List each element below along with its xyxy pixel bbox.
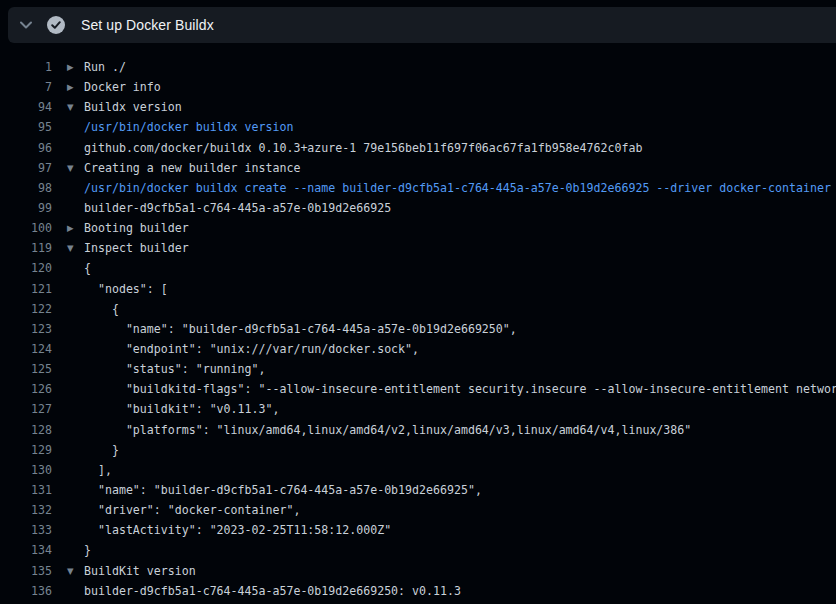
line-number[interactable]: 129 [0, 443, 52, 457]
line-number[interactable]: 133 [0, 523, 52, 537]
line-number[interactable]: 120 [0, 261, 52, 275]
line-number[interactable]: 134 [0, 543, 52, 557]
log-line: 128 "platforms": "linux/amd64,linux/amd6… [0, 420, 836, 440]
log-line: 95 /usr/bin/docker buildx version [0, 117, 836, 137]
line-number[interactable]: 97 [0, 161, 52, 175]
step-title: Set up Docker Buildx [81, 17, 214, 33]
log-text[interactable]: Creating a new builder instance [84, 161, 300, 175]
log-text[interactable]: BuildKit version [84, 564, 196, 578]
line-number[interactable]: 123 [0, 322, 52, 336]
log-text[interactable]: Inspect builder [84, 241, 189, 255]
line-number[interactable]: 7 [0, 80, 52, 94]
log-line[interactable]: 97 ▼ Creating a new builder instance [0, 158, 836, 178]
line-number[interactable]: 122 [0, 302, 52, 316]
line-number[interactable]: 1 [0, 60, 52, 74]
step-header[interactable]: Set up Docker Buildx [8, 7, 836, 43]
disclosure-triangle-icon[interactable]: ▼ [52, 566, 84, 576]
log-line[interactable]: 7 ▶ Docker info [0, 77, 836, 97]
disclosure-triangle-icon[interactable]: ▼ [52, 243, 84, 253]
log-line: 134 } [0, 540, 836, 560]
log-line: 121 "nodes": [ [0, 279, 836, 299]
log-text: } [84, 443, 119, 457]
line-number[interactable]: 94 [0, 100, 52, 114]
line-number[interactable]: 127 [0, 402, 52, 416]
log-line[interactable]: 135 ▼ BuildKit version [0, 561, 836, 581]
line-number[interactable]: 95 [0, 120, 52, 134]
log-line: 98 /usr/bin/docker buildx create --name … [0, 178, 836, 198]
log-line: 96 github.com/docker/buildx 0.10.3+azure… [0, 138, 836, 158]
log-text: "name": "builder-d9cfb5a1-c764-445a-a57e… [84, 483, 482, 497]
log-line[interactable]: 100 ▶ Booting builder [0, 218, 836, 238]
log-text: builder-d9cfb5a1-c764-445a-a57e-0b19d2e6… [84, 584, 461, 598]
log-text: github.com/docker/buildx 0.10.3+azure-1 … [84, 141, 642, 155]
log-line: 133 "lastActivity": "2023-02-25T11:58:12… [0, 520, 836, 540]
log-text: "platforms": "linux/amd64,linux/amd64/v2… [84, 423, 691, 437]
line-number[interactable]: 128 [0, 423, 52, 437]
log-text: "name": "builder-d9cfb5a1-c764-445a-a57e… [84, 322, 517, 336]
line-number[interactable]: 136 [0, 584, 52, 598]
disclosure-triangle-icon[interactable]: ▼ [52, 163, 84, 173]
actions-log-viewer: Set up Docker Buildx 1 ▶ Run ./ 7 ▶ Dock… [0, 0, 836, 604]
log-text: builder-d9cfb5a1-c764-445a-a57e-0b19d2e6… [84, 201, 391, 215]
log-line: 127 "buildkit": "v0.11.3", [0, 399, 836, 419]
line-number[interactable]: 130 [0, 463, 52, 477]
line-number[interactable]: 119 [0, 241, 52, 255]
check-circle-icon [47, 16, 65, 34]
line-number[interactable]: 96 [0, 141, 52, 155]
log-line: 130 ], [0, 460, 836, 480]
log-line: 136 builder-d9cfb5a1-c764-445a-a57e-0b19… [0, 581, 836, 601]
line-number[interactable]: 126 [0, 382, 52, 396]
log-line: 123 "name": "builder-d9cfb5a1-c764-445a-… [0, 319, 836, 339]
line-number[interactable]: 132 [0, 503, 52, 517]
disclosure-triangle-icon[interactable]: ▼ [52, 102, 84, 112]
log-line[interactable]: 119 ▼ Inspect builder [0, 238, 836, 258]
log-text: "buildkit": "v0.11.3", [84, 402, 279, 416]
log-lines-container: 1 ▶ Run ./ 7 ▶ Docker info 94 ▼ Buildx v… [0, 43, 836, 601]
line-number[interactable]: 131 [0, 483, 52, 497]
log-line: 132 "driver": "docker-container", [0, 500, 836, 520]
log-text[interactable]: Booting builder [84, 221, 189, 235]
log-text: "nodes": [ [84, 282, 168, 296]
log-text: /usr/bin/docker buildx create --name bui… [84, 181, 831, 195]
line-number[interactable]: 98 [0, 181, 52, 195]
line-number[interactable]: 125 [0, 362, 52, 376]
log-line: 122 { [0, 299, 836, 319]
log-text: "driver": "docker-container", [84, 503, 300, 517]
line-number[interactable]: 100 [0, 221, 52, 235]
disclosure-triangle-icon[interactable]: ▶ [52, 82, 84, 92]
log-line: 124 "endpoint": "unix:///var/run/docker.… [0, 339, 836, 359]
log-line: 125 "status": "running", [0, 359, 836, 379]
log-text: /usr/bin/docker buildx version [84, 120, 293, 134]
log-text[interactable]: Buildx version [84, 100, 182, 114]
log-text: { [84, 302, 119, 316]
disclosure-triangle-icon[interactable]: ▶ [52, 62, 84, 72]
log-line: 129 } [0, 440, 836, 460]
log-line: 99 builder-d9cfb5a1-c764-445a-a57e-0b19d… [0, 198, 836, 218]
line-number[interactable]: 99 [0, 201, 52, 215]
log-line: 131 "name": "builder-d9cfb5a1-c764-445a-… [0, 480, 836, 500]
log-line[interactable]: 94 ▼ Buildx version [0, 97, 836, 117]
log-text: "buildkitd-flags": "--allow-insecure-ent… [84, 382, 836, 396]
line-number[interactable]: 135 [0, 564, 52, 578]
line-number[interactable]: 124 [0, 342, 52, 356]
log-text: } [84, 543, 91, 557]
log-text: "endpoint": "unix:///var/run/docker.sock… [84, 342, 419, 356]
log-text: "status": "running", [84, 362, 265, 376]
log-text: ], [84, 463, 112, 477]
line-number[interactable]: 121 [0, 282, 52, 296]
log-text: "lastActivity": "2023-02-25T11:58:12.000… [84, 523, 391, 537]
log-line[interactable]: 1 ▶ Run ./ [0, 57, 836, 77]
log-line: 126 "buildkitd-flags": "--allow-insecure… [0, 379, 836, 399]
log-text: { [84, 261, 91, 275]
log-text[interactable]: Docker info [84, 80, 161, 94]
disclosure-triangle-icon[interactable]: ▶ [52, 223, 84, 233]
log-line: 120 { [0, 258, 836, 278]
log-text[interactable]: Run ./ [84, 60, 126, 74]
chevron-down-icon[interactable] [19, 18, 33, 32]
